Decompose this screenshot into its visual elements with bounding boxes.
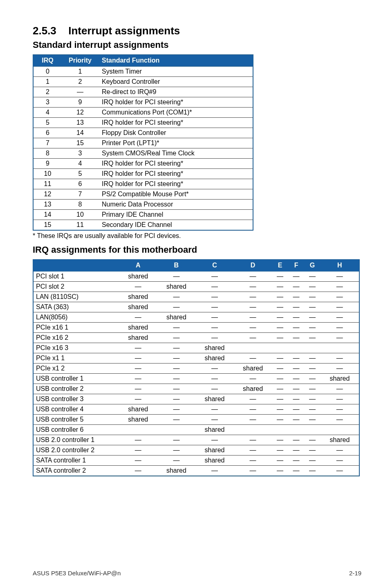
t2-header-g: G xyxy=(304,260,320,271)
table-row: LAN(8056)—shared—————— xyxy=(33,312,359,323)
irq-column-cell: shared xyxy=(195,353,234,364)
irq-column-cell: — xyxy=(195,374,234,384)
section-heading: 2.5.3 Interrupt assignments xyxy=(33,25,361,37)
irq-column-cell: — xyxy=(304,384,320,394)
table-row: 116IRQ holder for PCI steering* xyxy=(33,179,253,189)
page-footer: ASUS P5E3 Deluxe/WiFi-AP@n 2-19 xyxy=(33,570,361,577)
function-cell: Primary IDE Channel xyxy=(99,210,253,220)
irq-column-cell: — xyxy=(272,323,288,333)
irq-column-cell: — xyxy=(288,323,304,333)
priority-cell: 14 xyxy=(62,128,99,138)
irq-column-cell: — xyxy=(195,323,234,333)
table-row: 105IRQ holder for PCI steering* xyxy=(33,169,253,179)
irq-column-cell: — xyxy=(157,435,196,445)
footnote: * These IRQs are usually available for P… xyxy=(33,232,361,240)
irq-column-cell: — xyxy=(304,282,320,292)
irq-column-cell: — xyxy=(119,312,157,323)
device-cell: USB controller 3 xyxy=(33,394,119,404)
device-cell: SATA controller 2 xyxy=(33,466,119,476)
function-cell: PS/2 Compatible Mouse Port* xyxy=(99,189,253,200)
function-cell: IRQ holder for PCI steering* xyxy=(99,97,253,108)
irq-column-cell: — xyxy=(119,445,157,456)
table-row: 614Floppy Disk Controller xyxy=(33,128,253,138)
irq-column-cell: — xyxy=(119,374,157,384)
table-row: 715Printer Port (LPT1)* xyxy=(33,138,253,148)
irq-cell: 8 xyxy=(33,148,62,159)
table-row: 39IRQ holder for PCI steering* xyxy=(33,97,253,108)
irq-column-cell: — xyxy=(195,384,234,394)
irq-column-cell: — xyxy=(272,394,288,404)
table-row: USB 2.0 controller 2——shared————— xyxy=(33,445,359,456)
irq-column-cell: — xyxy=(288,302,304,312)
irq-column-cell: — xyxy=(157,343,196,353)
irq-column-cell: — xyxy=(119,456,157,466)
table-row: 1511Secondary IDE Channel xyxy=(33,220,253,231)
table-row: 412Communications Port (COM1)* xyxy=(33,108,253,118)
irq-column-cell: — xyxy=(304,353,320,364)
device-cell: PCIe x1 1 xyxy=(33,353,119,364)
irq-column-cell: — xyxy=(288,312,304,323)
irq-column-cell: — xyxy=(272,384,288,394)
irq-cell: 12 xyxy=(33,189,62,200)
irq-column-cell: — xyxy=(195,292,234,302)
irq-column-cell xyxy=(119,425,157,435)
t2-header-f: F xyxy=(288,260,304,271)
irq-column-cell: — xyxy=(157,374,196,384)
table-row: USB 2.0 controller 1———————shared xyxy=(33,435,359,445)
irq-column-cell: — xyxy=(195,302,234,312)
table-row: PCIe x16 3——shared xyxy=(33,343,359,353)
table-row: SATA controller 2—shared—————— xyxy=(33,466,359,476)
table-row: USB controller 1———————shared xyxy=(33,374,359,384)
t2-header-a: A xyxy=(119,260,157,271)
table-row: PCI slot 1shared——————— xyxy=(33,271,359,282)
irq-column-cell: — xyxy=(195,312,234,323)
irq-column-cell: — xyxy=(288,333,304,343)
irq-column-cell: — xyxy=(304,323,320,333)
irq-cell: 13 xyxy=(33,200,62,210)
irq-column-cell: shared xyxy=(195,445,234,456)
irq-cell: 4 xyxy=(33,108,62,118)
table-row: LAN (8110SC)shared——————— xyxy=(33,292,359,302)
irq-column-cell: — xyxy=(234,445,272,456)
priority-cell: 2 xyxy=(62,77,99,87)
irq-column-cell: — xyxy=(288,384,304,394)
irq-column-cell: shared xyxy=(195,394,234,404)
irq-column-cell: — xyxy=(157,394,196,404)
t2-header-d: D xyxy=(234,260,272,271)
irq-column-cell: — xyxy=(321,364,359,374)
irq-column-cell: — xyxy=(157,445,196,456)
table-row: USB controller 3——shared————— xyxy=(33,394,359,404)
irq-column-cell: — xyxy=(195,466,234,476)
table-row: USB controller 4shared——————— xyxy=(33,404,359,415)
irq-column-cell: — xyxy=(304,271,320,282)
function-cell: System CMOS/Real Time Clock xyxy=(99,148,253,159)
table-row: 127PS/2 Compatible Mouse Port* xyxy=(33,189,253,200)
function-cell: IRQ holder for PCI steering* xyxy=(99,169,253,179)
irq-column-cell: — xyxy=(321,302,359,312)
device-cell: USB 2.0 controller 2 xyxy=(33,445,119,456)
t1-header-priority: Priority xyxy=(62,55,99,66)
irq-column-cell: — xyxy=(304,312,320,323)
function-cell: IRQ holder for PCI steering* xyxy=(99,159,253,169)
subheading-motherboard: IRQ assignments for this motherboard xyxy=(33,245,361,255)
motherboard-irq-table: A B C D E F G H PCI slot 1shared———————P… xyxy=(33,259,360,476)
subheading-standard: Standard interrupt assignments xyxy=(33,40,361,50)
irq-column-cell: — xyxy=(157,333,196,343)
irq-column-cell: — xyxy=(119,435,157,445)
irq-column-cell: — xyxy=(321,271,359,282)
irq-column-cell: — xyxy=(272,466,288,476)
irq-column-cell: — xyxy=(321,394,359,404)
irq-column-cell: — xyxy=(321,292,359,302)
irq-column-cell: — xyxy=(157,353,196,364)
irq-column-cell: — xyxy=(119,466,157,476)
irq-column-cell: shared xyxy=(119,271,157,282)
irq-column-cell: — xyxy=(272,282,288,292)
irq-column-cell: shared xyxy=(157,466,196,476)
irq-column-cell: — xyxy=(304,456,320,466)
irq-column-cell xyxy=(321,343,359,353)
irq-column-cell: — xyxy=(272,404,288,415)
priority-cell: 15 xyxy=(62,138,99,148)
irq-column-cell: — xyxy=(195,271,234,282)
irq-column-cell: — xyxy=(272,435,288,445)
device-cell: PCIe x16 1 xyxy=(33,323,119,333)
